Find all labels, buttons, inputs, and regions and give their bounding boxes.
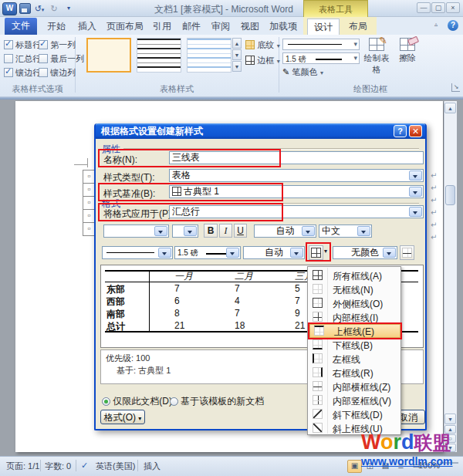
apply-to-combo[interactable]: 汇总行 <box>169 205 424 218</box>
dialog-close-icon[interactable]: ✕ <box>409 125 422 137</box>
borders-button[interactable]: 边框 ▾ <box>245 55 280 66</box>
outline-view-icon[interactable]: ≣ <box>394 460 408 473</box>
menu-item-inside-horizontal-border[interactable]: 内部横框线(Z) <box>309 380 400 393</box>
style-name-input[interactable] <box>169 151 424 164</box>
font-combo[interactable] <box>103 224 169 238</box>
eraser-button[interactable]: 擦除 <box>394 38 421 64</box>
checkbox-last-column[interactable]: 最后一列 <box>39 53 84 65</box>
menu-item-top-border[interactable]: 上框线(E) <box>309 324 400 338</box>
tab-review[interactable]: 审阅 <box>207 19 235 35</box>
page-indicator[interactable]: 页面: 1/1 <box>6 461 39 472</box>
checkbox-header-row[interactable]: 标题行 <box>4 39 41 51</box>
dialog-help-icon[interactable]: ? <box>394 125 407 137</box>
tab-layout[interactable]: 布局 <box>343 19 373 35</box>
style-type-combo[interactable]: 表格 <box>169 169 424 182</box>
style-based-on-combo[interactable]: 古典型 1 <box>169 185 424 198</box>
table-style-thumbnail-selected[interactable] <box>86 38 131 73</box>
scrollbar-thumb[interactable] <box>445 185 455 205</box>
pen-weight-combo[interactable]: 1.5 磅 ▾ <box>282 52 360 64</box>
tab-file[interactable]: 文件 <box>5 18 37 35</box>
combo-arrow-icon[interactable] <box>357 226 370 236</box>
minimize-button[interactable]: — <box>417 2 431 13</box>
pen-color-button[interactable]: ✎ 笔颜色 ▾ <box>282 66 323 78</box>
combo-arrow-icon[interactable] <box>226 248 239 258</box>
font-color-combo[interactable]: 自动 <box>254 224 316 238</box>
fullscreen-reading-view-icon[interactable]: ◫ <box>363 460 377 473</box>
next-page-icon[interactable]: ▼ <box>444 444 456 452</box>
combo-arrow-icon[interactable] <box>302 226 315 236</box>
combo-arrow-icon[interactable] <box>158 248 171 258</box>
scroll-down-icon[interactable]: ▼ <box>444 414 456 424</box>
menu-item-right-border[interactable]: 右框线(R) <box>309 366 400 380</box>
table-options-button[interactable] <box>400 245 414 260</box>
menu-item-diagonal-up-border[interactable]: 斜上框线(U) <box>309 421 400 435</box>
gallery-more-icon[interactable]: ▼ <box>232 61 242 72</box>
dialog-launcher-icon[interactable]: ↘ <box>451 83 460 92</box>
table-style-thumbnail[interactable] <box>137 38 181 73</box>
checkbox-banded-columns[interactable]: 镶边列 <box>39 67 76 79</box>
select-browse-object-icon[interactable]: ○ <box>444 434 456 443</box>
word-count[interactable]: 字数: 0 <box>45 461 71 472</box>
border-color-combo[interactable]: 自动 <box>243 246 305 259</box>
restore-button[interactable]: ▢ <box>431 2 445 13</box>
menu-item-no-border[interactable]: 无框线(N) <box>309 282 400 296</box>
help-icon[interactable]: ? <box>448 20 458 31</box>
menu-item-diagonal-down-border[interactable]: 斜下框线(D) <box>309 407 400 421</box>
apply-border-button[interactable] <box>309 245 323 260</box>
combo-arrow-icon[interactable] <box>409 187 422 197</box>
zoom-level[interactable]: 100% <box>418 461 440 470</box>
italic-button[interactable]: I <box>219 224 232 238</box>
gallery-scroll-up-icon[interactable]: ▲ <box>232 38 242 49</box>
border-style-combo[interactable] <box>102 246 173 259</box>
qat-customize-icon[interactable]: ▾ <box>63 3 75 15</box>
tab-addins[interactable]: 加载项 <box>265 19 301 35</box>
redo-icon[interactable]: ↻ <box>48 3 60 15</box>
menu-item-outside-borders[interactable]: 外侧框线(O) <box>309 296 400 310</box>
save-icon[interactable] <box>19 3 31 14</box>
previous-page-icon[interactable]: ▲ <box>444 425 456 434</box>
font-size-combo[interactable] <box>172 224 198 238</box>
menu-item-inside-borders[interactable]: 内部框线(I) <box>309 310 400 324</box>
menu-item-all-borders[interactable]: 所有框线(A) <box>309 268 400 282</box>
insert-mode-indicator[interactable]: 插入 <box>144 461 161 472</box>
menu-item-bottom-border[interactable]: 下框线(B) <box>309 338 400 352</box>
underline-button[interactable]: U <box>234 224 247 238</box>
combo-arrow-icon[interactable] <box>409 170 422 181</box>
combo-arrow-icon[interactable] <box>409 207 422 217</box>
language-indicator[interactable]: 英语(美国) <box>96 461 135 472</box>
spellcheck-icon[interactable]: ✓ <box>81 461 88 471</box>
tab-references[interactable]: 引用 <box>148 19 176 35</box>
tab-home[interactable]: 开始 <box>42 19 71 35</box>
radio-new-documents[interactable]: 基于该模板的新文档 <box>170 395 264 408</box>
checkbox-banded-rows[interactable]: 镶边行 <box>4 67 41 79</box>
combo-arrow-icon[interactable] <box>184 226 197 236</box>
format-menu-button[interactable]: 格式(O) ▾ <box>100 410 145 424</box>
table-style-thumbnail[interactable] <box>187 38 231 73</box>
radio-only-this-document[interactable]: 仅限此文档(D) <box>102 395 172 408</box>
combo-arrow-icon[interactable] <box>154 226 167 236</box>
bold-button[interactable]: B <box>204 224 218 238</box>
tab-view[interactable]: 视图 <box>236 19 264 35</box>
checkbox-total-row[interactable]: 汇总行 <box>4 53 41 65</box>
close-button[interactable]: × <box>446 2 460 13</box>
tab-page-layout[interactable]: 页面布局 <box>103 19 147 35</box>
menu-item-inside-vertical-border[interactable]: 内部竖框线(V) <box>309 393 400 407</box>
pen-style-combo[interactable]: ▾ <box>282 39 360 50</box>
language-combo[interactable]: 中文 <box>319 224 372 238</box>
menu-item-left-border[interactable]: 左框线 <box>309 352 400 366</box>
draw-table-button[interactable]: ✎ 绘制表格 <box>361 38 392 76</box>
fill-color-combo[interactable]: 无颜色 <box>333 246 397 259</box>
border-button-arrow-icon[interactable]: ▾ <box>324 248 327 255</box>
shading-button[interactable]: 底纹 ▾ <box>245 39 280 51</box>
undo-icon[interactable]: ↺▾ <box>33 3 46 15</box>
tab-design[interactable]: 设计 <box>307 19 340 35</box>
gallery-scroll-down-icon[interactable]: ▼ <box>232 49 242 60</box>
minimize-ribbon-icon[interactable]: ▵ <box>434 21 438 28</box>
tab-insert[interactable]: 插入 <box>73 19 102 35</box>
combo-arrow-icon[interactable] <box>290 248 303 258</box>
scroll-up-icon[interactable]: ▲ <box>444 103 456 113</box>
tab-mailings[interactable]: 邮件 <box>177 19 205 35</box>
border-weight-combo[interactable]: 1.5 磅 <box>174 246 241 259</box>
word-logo-icon[interactable]: W <box>2 2 17 15</box>
zoom-slider[interactable] <box>440 462 458 464</box>
